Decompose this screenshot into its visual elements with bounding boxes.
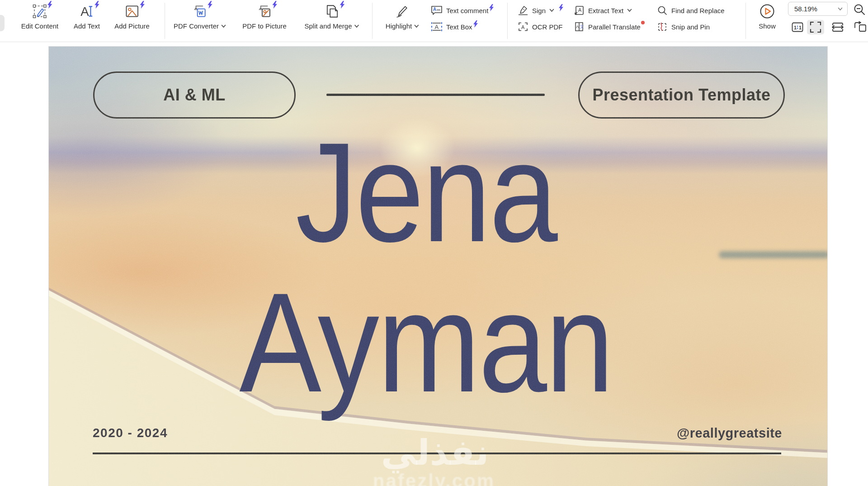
text-comment-icon: A (431, 5, 443, 16)
parallel-translate-icon: A 文 (574, 21, 585, 32)
slide-title-line1: Jena (296, 121, 557, 263)
svg-text:A: A (433, 7, 436, 12)
snip-pin-icon (657, 21, 668, 32)
play-circle-icon (758, 2, 776, 20)
show-label: Show (759, 22, 776, 30)
add-picture-icon (123, 2, 141, 20)
badge-ai-ml: AI & ML (93, 71, 296, 119)
highlight-label: Highlight (386, 22, 419, 30)
sign-button[interactable]: Sign (518, 4, 564, 17)
edit-content-icon (31, 2, 49, 20)
sign-pen-icon (518, 5, 528, 16)
toolbar-separator (372, 3, 373, 39)
rotate-arrow-icon (853, 21, 868, 33)
sign-label: Sign (532, 7, 546, 14)
svg-text:文: 文 (580, 24, 584, 29)
svg-text:1: 1 (799, 25, 802, 30)
connector-line (326, 94, 545, 96)
svg-text:A: A (80, 5, 89, 19)
text-comment-button[interactable]: A Text comment (431, 4, 488, 17)
snip-pin-button[interactable]: Snip and Pin (657, 20, 710, 33)
add-picture-button[interactable]: Add Picture (114, 0, 150, 42)
text-box-label: Text Box (446, 23, 472, 31)
extract-text-button[interactable]: A Extract Text (574, 4, 632, 17)
ocr-pdf-label: OCR PDF (532, 23, 563, 31)
badge-presentation-template: Presentation Template (578, 71, 785, 119)
text-box-icon: A (431, 21, 443, 32)
badge-ai-ml-label: AI & ML (163, 86, 225, 105)
split-merge-label: Split and Merge (304, 22, 359, 30)
split-merge-icon (323, 2, 341, 20)
pdf-to-picture-label: PDF to Picture (242, 22, 287, 30)
add-text-icon: A (78, 2, 96, 20)
parallel-translate-button[interactable]: A 文 Parallel Translate (574, 20, 641, 33)
watermark-arabic: نفذلي (381, 432, 489, 473)
highlight-pen-icon (393, 2, 411, 20)
toolbar-separator (745, 3, 746, 39)
add-text-button[interactable]: A Add Text (74, 0, 100, 42)
chevron-down-icon (838, 7, 843, 11)
fit-page-icon (810, 21, 821, 33)
add-picture-label: Add Picture (114, 22, 150, 30)
fit-width-icon (831, 22, 844, 33)
pdf-converter-label: PDF Converter (174, 22, 226, 30)
pdf-editor-app: Edit Content A Add Text (0, 0, 868, 486)
pdf-converter-button[interactable]: PDF Converter (174, 0, 226, 42)
document-canvas: AI & ML Presentation Template Jena Ayman… (0, 43, 868, 486)
highlight-button[interactable]: Highlight (386, 0, 419, 42)
zoom-out-button[interactable] (852, 2, 867, 17)
svg-text:A: A (576, 24, 579, 29)
rotate-page-button[interactable] (852, 21, 868, 33)
fit-width-button[interactable] (830, 21, 845, 33)
svg-text:A: A (521, 24, 525, 30)
zoom-level-select[interactable]: 58.19% (788, 2, 848, 16)
add-text-label: Add Text (74, 22, 100, 30)
badge-presentation-template-label: Presentation Template (593, 86, 771, 105)
distant-island (719, 251, 827, 258)
svg-text:A: A (435, 24, 439, 30)
toolbar: Edit Content A Add Text (0, 0, 868, 42)
find-replace-button[interactable]: Find and Replace (657, 4, 725, 17)
search-icon (657, 5, 668, 16)
ocr-pdf-button[interactable]: A OCR PDF (518, 20, 563, 33)
parallel-translate-label: Parallel Translate (588, 23, 641, 31)
edit-content-button[interactable]: Edit Content (21, 0, 59, 42)
magnifier-minus-icon (853, 3, 866, 16)
zoom-level-value: 58.19% (794, 5, 838, 13)
find-replace-label: Find and Replace (671, 7, 725, 14)
toolbar-separator (165, 3, 165, 39)
actual-size-button[interactable]: 1 1 (790, 21, 805, 33)
edit-content-label: Edit Content (21, 22, 59, 30)
ocr-scan-icon: A (518, 21, 528, 32)
text-comment-label: Text comment (446, 7, 488, 14)
extract-text-icon: A (574, 5, 585, 16)
watermark-domain: nafezly.com (373, 470, 495, 486)
show-button[interactable]: Show (758, 0, 776, 42)
split-merge-button[interactable]: Split and Merge (304, 0, 359, 42)
notification-red-dot (641, 21, 645, 24)
svg-text:A: A (578, 7, 582, 13)
fit-page-button[interactable] (807, 20, 824, 34)
pdf-page: AI & ML Presentation Template Jena Ayman… (49, 47, 827, 486)
one-to-one-icon: 1 1 (792, 22, 803, 32)
text-box-button[interactable]: A Text Box (431, 20, 472, 33)
pdf-converter-icon (191, 2, 209, 20)
slide-title-line2: Ayman (239, 272, 612, 413)
pdf-to-picture-icon (255, 2, 274, 20)
extract-text-label: Extract Text (588, 7, 623, 14)
toolbar-separator (507, 3, 508, 39)
svg-text:1: 1 (794, 25, 797, 30)
snip-pin-label: Snip and Pin (671, 23, 710, 31)
years-text: 2020 - 2024 (93, 426, 168, 440)
pdf-to-picture-button[interactable]: PDF to Picture (242, 0, 287, 42)
social-handle-text: @reallygreatsite (677, 426, 782, 441)
collapsed-panel-handle[interactable] (0, 15, 5, 31)
